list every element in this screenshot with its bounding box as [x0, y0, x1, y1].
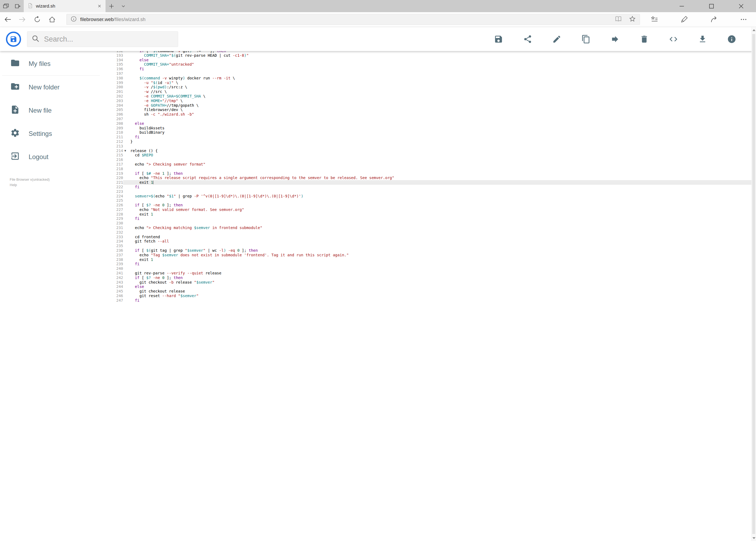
code-line-220[interactable]: 220 echo "This release script requires a…: [108, 176, 751, 180]
site-info-icon[interactable]: [71, 16, 77, 23]
code-text[interactable]: git rev-parse --verify --quiet release: [127, 271, 221, 275]
code-text[interactable]: if [ $? -ne 0 ]; then: [127, 275, 183, 280]
code-text[interactable]: [127, 198, 130, 203]
maximize-button[interactable]: [697, 0, 726, 12]
code-text[interactable]: [127, 158, 130, 162]
hub-favorites-icon[interactable]: [649, 12, 660, 27]
sidebar-item-new-file[interactable]: New file: [0, 99, 108, 122]
code-text[interactable]: [127, 230, 130, 235]
code-text[interactable]: git reset --hard "$semver": [127, 293, 199, 298]
favorite-star-icon[interactable]: [629, 15, 636, 24]
home-icon[interactable]: [45, 12, 59, 27]
code-text[interactable]: -v /$(pwd):/src:z \: [127, 85, 187, 89]
code-line-242[interactable]: 242 if [ $? -ne 0 ]; then: [108, 275, 751, 280]
code-line-227[interactable]: 227 echo "Not valid semver format. See s…: [108, 208, 751, 212]
code-line-225[interactable]: 225: [108, 198, 751, 203]
filebrowser-logo-icon[interactable]: [6, 32, 21, 47]
share-icon[interactable]: [523, 35, 532, 44]
back-icon[interactable]: [0, 12, 15, 27]
search-input[interactable]: Search...: [27, 31, 178, 47]
code-text[interactable]: exit 1: [127, 212, 153, 217]
code-text[interactable]: -e HOME="//tmp" \: [127, 99, 183, 103]
code-line-232[interactable]: 232: [108, 230, 751, 235]
reading-view-icon[interactable]: [615, 15, 622, 24]
add-notes-pen-icon[interactable]: [679, 12, 690, 27]
new-tab-button[interactable]: [106, 0, 118, 12]
code-line-216[interactable]: 216: [108, 158, 751, 162]
copy-icon[interactable]: [581, 35, 591, 44]
sidebar-item-new-folder[interactable]: New folder: [0, 76, 108, 99]
code-line-219[interactable]: 219 if [ $# -ne 1 ]; then: [108, 171, 751, 176]
code-line-222[interactable]: 222 fi: [108, 185, 751, 189]
set-tabs-aside-icon[interactable]: [12, 0, 24, 12]
code-text[interactable]: if [ $# -ne 1 ]; then: [127, 171, 183, 176]
code-line-247[interactable]: 247 fi: [108, 298, 751, 303]
code-line-245[interactable]: 245 git checkout release: [108, 289, 751, 293]
code-line-228[interactable]: 228 exit 1: [108, 212, 751, 217]
code-icon[interactable]: [669, 35, 678, 44]
code-text[interactable]: -u "$(id -u)" \: [127, 81, 178, 85]
code-text[interactable]: [127, 266, 130, 271]
code-line-212[interactable]: 212}: [108, 139, 751, 144]
close-window-button[interactable]: [726, 0, 756, 12]
code-text[interactable]: cd frontend: [127, 235, 160, 239]
code-line-241[interactable]: 241 git rev-parse --verify --quiet relea…: [108, 271, 751, 275]
code-line-217[interactable]: 217 echo "> Checking semver format": [108, 162, 751, 167]
code-line-203[interactable]: 203 -e HOME="//tmp" \: [108, 99, 751, 103]
code-line-213[interactable]: 213: [108, 144, 751, 149]
code-line-223[interactable]: 223: [108, 189, 751, 194]
code-text[interactable]: exit 1: [127, 180, 153, 185]
code-line-243[interactable]: 243 git checkout -b release "$semver": [108, 280, 751, 285]
tab-close-icon[interactable]: [95, 2, 104, 10]
code-text[interactable]: sh -c "./wizard.sh -b": [127, 112, 194, 117]
scrollbar-thumb[interactable]: [752, 34, 755, 534]
code-text[interactable]: git fetch --all: [127, 239, 169, 244]
code-text[interactable]: semver=$(echo "$1" | grep -P '^v(0|[1-9]…: [127, 194, 303, 199]
code-text[interactable]: if [ "$(command -v git)" != "" ]; then: [127, 51, 226, 53]
download-icon[interactable]: [698, 35, 707, 44]
code-text[interactable]: COMMIT_SHA="untracked": [127, 62, 194, 67]
address-bar[interactable]: filebrowser.web/files/wizard.sh: [66, 14, 640, 25]
page-scrollbar[interactable]: [751, 27, 756, 541]
code-line-201[interactable]: 201 -w //src \: [108, 89, 751, 94]
code-text[interactable]: [127, 71, 130, 76]
tab-preview-chevron-icon[interactable]: [118, 0, 129, 12]
code-line-205[interactable]: 205 filebrowser/dev \: [108, 108, 751, 112]
code-text[interactable]: fi: [127, 67, 144, 71]
code-line-202[interactable]: 202 -e COMMIT_SHA=$COMMIT_SHA \: [108, 94, 751, 99]
code-line-197[interactable]: 197: [108, 71, 751, 76]
code-line-194[interactable]: 194 else: [108, 58, 751, 62]
sidebar-item-logout[interactable]: Logout: [0, 145, 108, 169]
code-editor[interactable]: 192 if [ "$(command -v git)" != "" ]; th…: [108, 51, 751, 541]
code-text[interactable]: if [ $? -ne 0 ]; then: [127, 203, 183, 208]
code-line-211[interactable]: 211 fi: [108, 135, 751, 139]
code-text[interactable]: if [ $(git tag | grep "$semver" | wc -l)…: [127, 248, 258, 253]
code-text[interactable]: COMMIT_SHA="$(git rev-parse HEAD | cut -…: [127, 53, 249, 58]
code-line-214[interactable]: 214▼release () {: [108, 149, 751, 153]
code-text[interactable]: [127, 117, 130, 121]
code-line-215[interactable]: 215 cd $REPO: [108, 153, 751, 158]
refresh-icon[interactable]: [30, 12, 45, 27]
code-text[interactable]: fi: [127, 298, 139, 303]
code-text[interactable]: buildBinary: [127, 130, 164, 135]
code-line-246[interactable]: 246 git reset --hard "$semver": [108, 293, 751, 298]
code-text[interactable]: exit 1: [127, 258, 153, 262]
minimize-button[interactable]: [667, 0, 697, 12]
code-text[interactable]: [127, 244, 130, 248]
code-text[interactable]: fi: [127, 135, 139, 139]
code-text[interactable]: else: [127, 58, 148, 62]
code-text[interactable]: -e GOPATH=//tmp/gopath \: [127, 103, 199, 108]
code-line-195[interactable]: 195 COMMIT_SHA="untracked": [108, 62, 751, 67]
share-browser-icon[interactable]: [708, 12, 719, 27]
code-line-199[interactable]: 199 -u "$(id -u)" \: [108, 81, 751, 85]
code-text[interactable]: [127, 167, 130, 171]
code-line-231[interactable]: 231 echo "> Checking matching $semver in…: [108, 226, 751, 230]
help-link[interactable]: Help: [10, 182, 50, 188]
code-text[interactable]: else: [127, 121, 144, 126]
code-lines[interactable]: 192 if [ "$(command -v git)" != "" ]; th…: [108, 51, 751, 303]
move-icon[interactable]: [611, 35, 620, 44]
code-line-198[interactable]: 198 $(command -v winpty) docker run --rm…: [108, 76, 751, 81]
code-text[interactable]: echo "> Checking matching $semver in fro…: [127, 226, 262, 230]
code-text[interactable]: echo "Tag $semver does not exist in subm…: [127, 253, 349, 258]
code-text[interactable]: else: [127, 284, 144, 289]
